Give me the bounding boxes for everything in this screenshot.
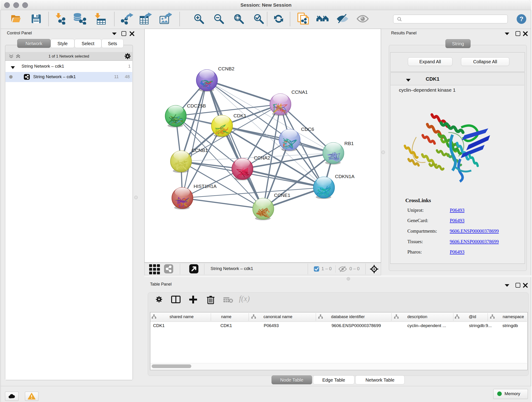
svg-text:CCNA2: CCNA2 [254,155,270,160]
svg-text:RB1: RB1 [344,141,354,146]
svg-text:CDC6: CDC6 [301,127,314,132]
svg-text:CCNE1: CCNE1 [274,192,290,198]
svg-text:CCNA1: CCNA1 [291,89,308,95]
svg-text:CCNB2: CCNB2 [218,66,234,71]
svg-text:CDKN1A: CDKN1A [335,174,355,179]
svg-text:CCNB1: CCNB1 [191,148,208,153]
svg-text:CDK1: CDK1 [234,113,246,118]
svg-text:HIST1H1A: HIST1H1A [194,184,216,189]
svg-text:CDC25B: CDC25B [187,103,206,108]
